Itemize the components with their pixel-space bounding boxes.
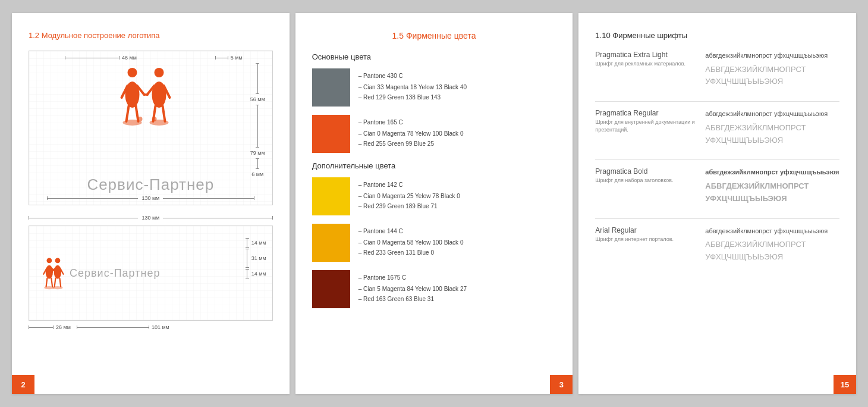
- divider-1: [595, 101, 839, 102]
- color-info-darkred: – Pantone 1675 C – Cian 5 Magenta 84 Yel…: [358, 270, 467, 304]
- font-sample-regular: абвгдежзийклмнопрст уфхцчшщъыьэюя АБВГДЕ…: [705, 109, 839, 146]
- page-1: 1.2 Модульное построение логотипа 46 мм: [12, 13, 290, 394]
- people-svg-small: [40, 255, 66, 292]
- meas-small-right: 14 мм 31 мм 14 мм: [246, 238, 266, 278]
- svg-line-24: [51, 278, 52, 287]
- divider-3: [595, 218, 839, 219]
- svg-line-13: [163, 106, 165, 121]
- color-swatch-gray: [312, 68, 350, 107]
- font-section-arial: Arial Regular Шрифт для интернет портало…: [595, 226, 839, 264]
- color-row-darkred: – Pantone 1675 C – Cian 5 Magenta 84 Yel…: [312, 270, 556, 308]
- font-section-regular: Pragmatica Regular Шрифт для внутренней …: [595, 109, 839, 146]
- page1-title: 1.2 Модульное построение логотипа: [29, 31, 273, 40]
- divider-2: [595, 159, 839, 160]
- svg-line-30: [55, 278, 56, 287]
- color-row-amber: – Pantone 144 C – Cian 0 Magenta 58 Yelo…: [312, 224, 556, 262]
- color-info-orange: – Pantone 165 C – Cian 0 Magenta 78 Yelo…: [358, 115, 464, 149]
- logo-section-small: Сервис-Партнер 14 мм: [29, 226, 273, 321]
- svg-point-26: [55, 258, 61, 263]
- svg-point-17: [152, 117, 157, 121]
- color-info-amber: – Pantone 144 C – Cian 0 Magenta 58 Yelo…: [358, 224, 464, 258]
- page-number-3: 15: [834, 375, 856, 394]
- color-swatch-yellow: [312, 177, 350, 215]
- font-meta-regular: Pragmatica Regular Шрифт для внутренней …: [595, 109, 702, 133]
- main-colors-title: Основные цвета: [312, 52, 556, 61]
- color-swatch-amber: [312, 224, 350, 262]
- font-sample-bold: абвгдежзийклмнопрст уфхцчшщъыьэюя АБВГДЕ…: [705, 167, 839, 205]
- meas-130-large: 130 мм: [47, 195, 254, 201]
- meas-130-small-row: 130 мм: [29, 215, 273, 221]
- page3-title: 1.10 Фирменные шрифты: [595, 31, 839, 40]
- meas-5mm: 5 мм: [215, 55, 243, 61]
- svg-point-1: [128, 68, 137, 77]
- people-svg-large: [115, 62, 180, 133]
- additional-colors-title: Дополнительные цвета: [312, 161, 556, 170]
- font-sample-arial: абвгдежзийклмнопрст уфхцчшщъыьэюя АБВГДЕ…: [705, 226, 839, 264]
- color-row-orange: – Pantone 165 C – Cian 0 Magenta 78 Yelo…: [312, 115, 556, 153]
- page-number-1: 2: [12, 375, 34, 394]
- font-meta-bold: Pragmatica Bold Шрифт для набора заголов…: [595, 167, 702, 184]
- svg-point-19: [46, 258, 52, 263]
- logo-figure-small: [40, 255, 66, 291]
- page2-title: 1.5 Фирменные цвета: [312, 31, 556, 40]
- logo-figure-large: [115, 62, 180, 133]
- meas-46mm: 46 мм: [65, 55, 137, 61]
- svg-point-16: [138, 117, 143, 121]
- color-swatch-darkred: [312, 270, 350, 308]
- color-row-gray: – Pantone 430 C – Cian 33 Magenta 18 Yel…: [312, 68, 556, 107]
- font-section-extralight: Pragmatica Extra Light Шрифт для рекламн…: [595, 51, 839, 88]
- svg-line-23: [46, 278, 48, 287]
- font-meta-arial: Arial Regular Шрифт для интернет портало…: [595, 226, 702, 243]
- color-info-gray: – Pantone 430 C – Cian 33 Magenta 18 Yel…: [358, 68, 467, 102]
- svg-point-14: [150, 120, 169, 126]
- color-row-yellow: – Pantone 142 C – Cian 0 Magenta 25 Yelo…: [312, 177, 556, 215]
- pages-container: 1.2 Модульное построение логотипа 46 мм: [12, 13, 856, 394]
- font-meta-extralight: Pragmatica Extra Light Шрифт для рекламн…: [595, 51, 702, 68]
- page-2: 1.5 Фирменные цвета Основные цвета – Pan…: [295, 13, 573, 394]
- meas-right: 56 мм 79 мм 6 мм: [250, 63, 265, 177]
- font-sample-extralight: абвгдежзийклмнопрст уфхцчшщъыьэюя АБВГДЕ…: [705, 51, 839, 88]
- font-section-bold: Pragmatica Bold Шрифт для набора заголов…: [595, 167, 839, 205]
- svg-point-27: [54, 265, 61, 279]
- color-info-yellow: – Pantone 142 C – Cian 0 Magenta 25 Yelo…: [358, 177, 460, 211]
- svg-point-8: [155, 68, 164, 77]
- svg-line-5: [127, 106, 129, 121]
- meas-bottom-row: 26 мм 101 мм: [29, 324, 273, 330]
- logo-section-large: 46 мм 5 мм 56 мм: [29, 51, 273, 205]
- color-swatch-orange: [312, 115, 350, 153]
- page-3: 1.10 Фирменные шрифты Pragmatica Extra L…: [578, 13, 856, 394]
- brand-name-large: Сервис-Партнер: [47, 176, 254, 194]
- svg-point-32: [52, 286, 63, 289]
- page-number-2: 3: [550, 375, 573, 394]
- brand-name-small: Сервис-Партнер: [70, 267, 160, 280]
- svg-line-31: [59, 278, 61, 287]
